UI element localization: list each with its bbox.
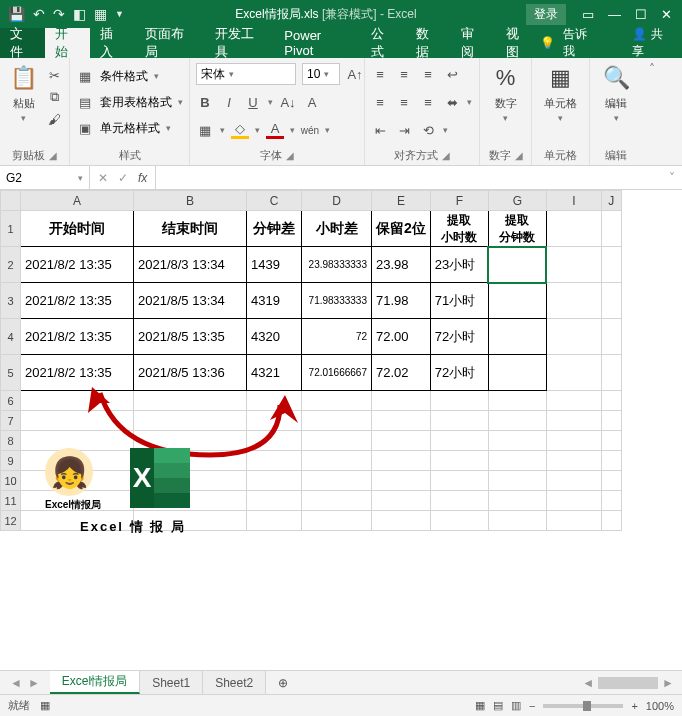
- sheet-nav-prev-icon[interactable]: ◄: [10, 676, 22, 690]
- cell[interactable]: 2021/8/5 13:34: [134, 283, 247, 319]
- row-header[interactable]: 8: [1, 431, 21, 451]
- cell[interactable]: 23.98333333: [302, 247, 372, 283]
- cell[interactable]: [546, 319, 601, 355]
- tab-pivot[interactable]: Power Pivot: [274, 28, 360, 58]
- fill-color-icon[interactable]: ◇: [231, 121, 249, 139]
- cell[interactable]: [601, 431, 621, 451]
- tell-me-icon[interactable]: 💡: [540, 36, 555, 50]
- sheet-tab[interactable]: Sheet2: [203, 671, 266, 694]
- cell[interactable]: [601, 211, 621, 247]
- row-header[interactable]: 12: [1, 511, 21, 531]
- cell[interactable]: [372, 471, 431, 491]
- cell[interactable]: [247, 431, 302, 451]
- cell[interactable]: [601, 247, 621, 283]
- cancel-icon[interactable]: ✕: [98, 171, 108, 185]
- cell[interactable]: [430, 511, 488, 531]
- cell[interactable]: 72.01666667: [302, 355, 372, 391]
- cell[interactable]: 2021/8/2 13:35: [21, 283, 134, 319]
- zoom-slider[interactable]: [543, 704, 623, 708]
- cell[interactable]: [134, 391, 247, 411]
- view-pagelayout-icon[interactable]: ▤: [493, 699, 503, 712]
- align-bottom-icon[interactable]: ≡: [419, 65, 437, 83]
- row-header[interactable]: 5: [1, 355, 21, 391]
- name-box[interactable]: G2▾: [0, 166, 90, 189]
- cell[interactable]: [546, 431, 601, 451]
- col-header[interactable]: G: [488, 191, 546, 211]
- cell[interactable]: 4321: [247, 355, 302, 391]
- cell[interactable]: [302, 471, 372, 491]
- cell[interactable]: [134, 511, 247, 531]
- cell[interactable]: [21, 491, 134, 511]
- cell[interactable]: 4319: [247, 283, 302, 319]
- fx-icon[interactable]: fx: [138, 171, 147, 185]
- cell[interactable]: [372, 451, 431, 471]
- tab-data[interactable]: 数据: [406, 28, 451, 58]
- undo-icon[interactable]: ↶: [33, 6, 45, 22]
- collapse-ribbon-icon[interactable]: ˄: [642, 58, 662, 165]
- tab-home[interactable]: 开始: [45, 28, 90, 58]
- italic-icon[interactable]: I: [220, 93, 238, 111]
- cell[interactable]: [372, 431, 431, 451]
- scroll-left-icon[interactable]: ◄: [582, 676, 594, 690]
- font-color-icon[interactable]: A: [266, 121, 284, 139]
- row-header[interactable]: 6: [1, 391, 21, 411]
- cell[interactable]: 分钟差: [247, 211, 302, 247]
- cell[interactable]: 2021/8/5 13:36: [134, 355, 247, 391]
- copy-icon[interactable]: ⧉: [45, 88, 63, 106]
- cell[interactable]: 72.02: [372, 355, 431, 391]
- tab-insert[interactable]: 插入: [90, 28, 135, 58]
- enter-icon[interactable]: ✓: [118, 171, 128, 185]
- indent-dec-icon[interactable]: ⇤: [371, 121, 389, 139]
- new-sheet-button[interactable]: ⊕: [266, 671, 300, 694]
- close-icon[interactable]: ✕: [661, 7, 672, 22]
- cell[interactable]: [488, 491, 546, 511]
- row-header[interactable]: 10: [1, 471, 21, 491]
- macro-icon[interactable]: ▦: [40, 699, 50, 712]
- cell[interactable]: [546, 211, 601, 247]
- dialog-launcher-icon[interactable]: ◢: [515, 150, 523, 161]
- cell[interactable]: [488, 283, 546, 319]
- formula-input[interactable]: [156, 166, 662, 189]
- cell[interactable]: [302, 491, 372, 511]
- col-header[interactable]: C: [247, 191, 302, 211]
- cell[interactable]: [134, 431, 247, 451]
- cell[interactable]: [546, 411, 601, 431]
- cell[interactable]: 结束时间: [134, 211, 247, 247]
- cell[interactable]: 保留2位: [372, 211, 431, 247]
- cell[interactable]: [546, 511, 601, 531]
- cell-style-button[interactable]: ▣单元格样式 ▾: [76, 116, 171, 140]
- ribbon-options-icon[interactable]: ▭: [582, 7, 594, 22]
- cell[interactable]: [430, 411, 488, 431]
- row-header[interactable]: 9: [1, 451, 21, 471]
- cell[interactable]: [546, 247, 601, 283]
- select-all-corner[interactable]: [1, 191, 21, 211]
- wrap-text-icon[interactable]: ↩: [443, 65, 461, 83]
- table-format-button[interactable]: ▤套用表格格式 ▾: [76, 90, 183, 114]
- minimize-icon[interactable]: —: [608, 7, 621, 22]
- cell[interactable]: [247, 511, 302, 531]
- tab-view[interactable]: 视图: [496, 28, 541, 58]
- cell[interactable]: 提取 小时数: [430, 211, 488, 247]
- cell[interactable]: [372, 411, 431, 431]
- dialog-launcher-icon[interactable]: ◢: [442, 150, 450, 161]
- align-top-icon[interactable]: ≡: [371, 65, 389, 83]
- grow-font-icon[interactable]: A↑: [346, 65, 364, 83]
- row-header[interactable]: 2: [1, 247, 21, 283]
- indent-inc-icon[interactable]: ⇥: [395, 121, 413, 139]
- cell[interactable]: [546, 391, 601, 411]
- cell[interactable]: [247, 391, 302, 411]
- cell[interactable]: [247, 491, 302, 511]
- cell[interactable]: [488, 355, 546, 391]
- col-header[interactable]: B: [134, 191, 247, 211]
- cell[interactable]: 开始时间: [21, 211, 134, 247]
- format-painter-icon[interactable]: 🖌: [45, 110, 63, 128]
- cell[interactable]: 2021/8/2 13:35: [21, 247, 134, 283]
- cell[interactable]: [601, 451, 621, 471]
- scroll-right-icon[interactable]: ►: [662, 676, 674, 690]
- cell[interactable]: [302, 451, 372, 471]
- view-normal-icon[interactable]: ▦: [475, 699, 485, 712]
- cell[interactable]: [546, 283, 601, 319]
- underline-icon[interactable]: U: [244, 93, 262, 111]
- sheet-nav-next-icon[interactable]: ►: [28, 676, 40, 690]
- phonetic-icon[interactable]: wén: [301, 121, 319, 139]
